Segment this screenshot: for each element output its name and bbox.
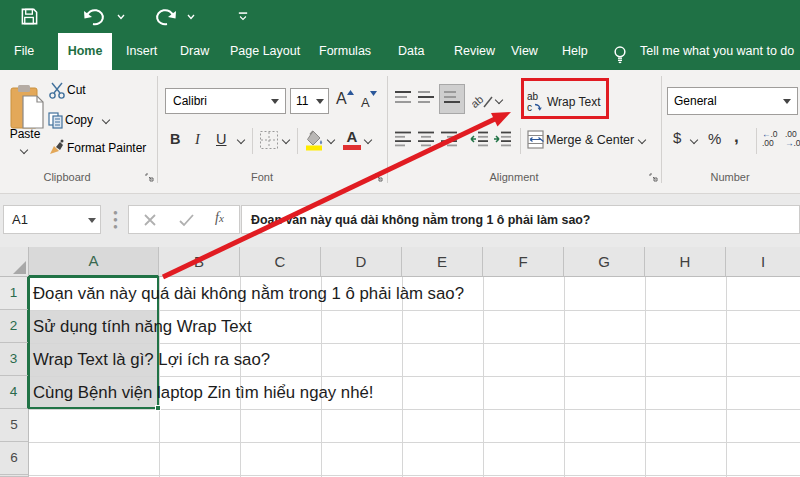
svg-text:ab: ab <box>472 93 485 110</box>
